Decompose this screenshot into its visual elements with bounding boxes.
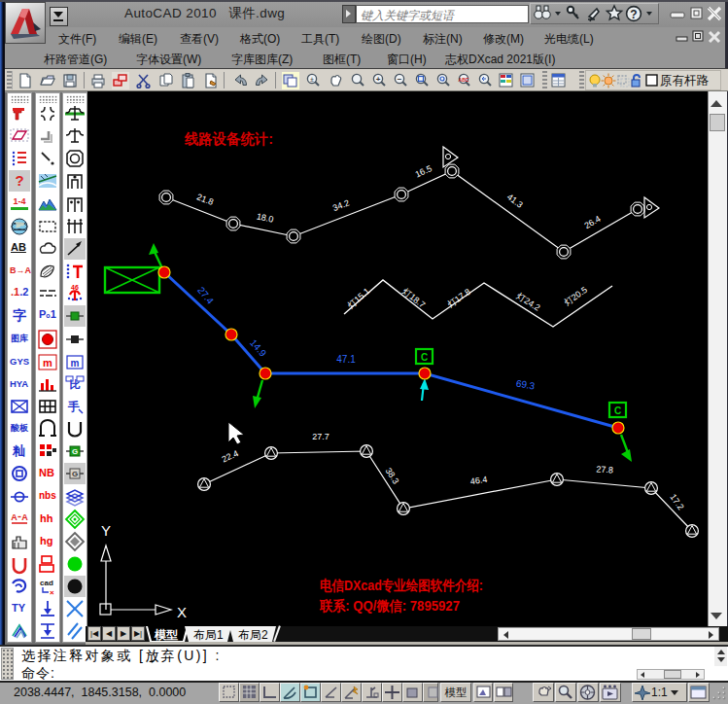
svg-text:34.2: 34.2 <box>331 197 351 213</box>
svg-text:线路设备统计:: 线路设备统计: <box>184 130 273 147</box>
svg-text:G: G <box>72 447 78 456</box>
svg-text:cad: cad <box>40 579 53 587</box>
svg-text:C: C <box>614 405 621 416</box>
svg-text:46.4: 46.4 <box>469 475 488 486</box>
svg-text:联系: QQ/微信: 7895927: 联系: QQ/微信: 7895927 <box>319 598 460 614</box>
svg-text:22.4: 22.4 <box>221 448 240 464</box>
svg-text:灯15.1: 灯15.1 <box>346 286 372 310</box>
svg-text:+: + <box>376 75 381 84</box>
svg-text:−: − <box>398 75 402 84</box>
svg-text:X: X <box>177 604 187 620</box>
svg-text:比: 比 <box>70 378 81 390</box>
svg-text:16.5: 16.5 <box>414 163 433 179</box>
svg-text:C: C <box>421 352 428 363</box>
svg-text:46: 46 <box>71 284 79 291</box>
svg-text:26.4: 26.4 <box>582 214 602 230</box>
svg-text:电信DXcad专业绘图软件介绍:: 电信DXcad专业绘图软件介绍: <box>320 578 483 593</box>
svg-text:?: ? <box>15 172 23 189</box>
svg-text:Y: Y <box>101 522 111 539</box>
svg-text:A⁃A: A⁃A <box>11 512 28 522</box>
svg-text:ABC: ABC <box>459 77 469 83</box>
svg-text:41.3: 41.3 <box>505 192 525 209</box>
svg-text:1-4: 1-4 <box>13 196 25 206</box>
svg-text:G: G <box>72 470 78 478</box>
svg-text:?: ? <box>630 8 637 21</box>
svg-text:m: m <box>43 357 52 369</box>
svg-text:21.8: 21.8 <box>195 192 215 207</box>
svg-text:69.3: 69.3 <box>515 378 536 392</box>
svg-text:×: × <box>50 588 54 597</box>
svg-text:灯18.7: 灯18.7 <box>400 287 427 310</box>
svg-text:18.0: 18.0 <box>256 211 274 224</box>
svg-text:灯24.2: 灯24.2 <box>515 291 542 313</box>
svg-text:灯17.8: 灯17.8 <box>446 287 472 309</box>
svg-text:±: ± <box>310 76 314 83</box>
svg-text:手: 手 <box>67 400 80 413</box>
svg-text:m: m <box>71 358 80 369</box>
svg-text:27.8: 27.8 <box>596 465 613 475</box>
svg-text:47.1: 47.1 <box>336 354 356 365</box>
svg-text:27.7: 27.7 <box>312 432 329 441</box>
